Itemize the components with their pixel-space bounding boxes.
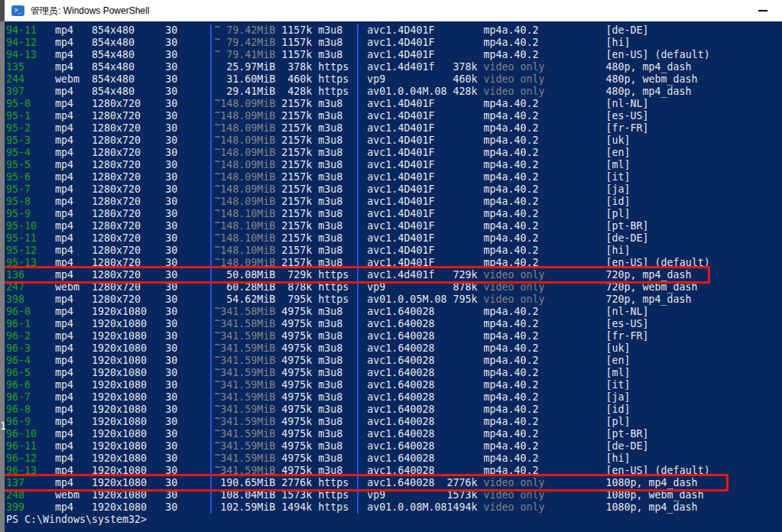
column-separator [355, 306, 361, 318]
column-separator [208, 122, 214, 135]
column-separator [208, 61, 214, 73]
format-row: 96-13 mp4 1920x1080 30 ~341.59MiB 4975k … [6, 465, 782, 477]
format-row: 96-11 mp4 1920x1080 30 ~341.59MiB 4975k … [6, 440, 782, 453]
column-separator [355, 61, 361, 73]
prompt-line: PS C:\Windows\system32> [6, 514, 782, 526]
format-row: 95-7 mp4 1280x720 30 ~148.09MiB 2157k m3… [6, 183, 782, 196]
format-row: 135 mp4 854x480 30 25.97MiB 378k https a… [6, 61, 782, 73]
format-row: 136 mp4 1280x720 30 50.08MiB 729k https … [6, 269, 782, 281]
column-separator [355, 86, 361, 98]
column-separator [208, 49, 214, 61]
format-row: 96-4 mp4 1920x1080 30 ~341.59MiB 4975k m… [6, 355, 782, 367]
format-row: 96-2 mp4 1920x1080 30 ~341.59MiB 4975k m… [6, 330, 782, 342]
column-separator [208, 379, 214, 391]
column-separator [208, 428, 214, 440]
prompt-text: PS C:\Windows\system32> [6, 514, 147, 525]
column-separator [355, 257, 361, 269]
column-separator [355, 440, 361, 453]
column-separator [208, 453, 214, 465]
column-separator [355, 73, 361, 86]
column-separator [355, 245, 361, 257]
column-separator [208, 269, 214, 281]
minimize-button[interactable] [750, 0, 776, 21]
column-separator [355, 122, 361, 135]
column-separator [355, 135, 361, 147]
terminal-viewport[interactable]: 94-11 mp4 854x480 30 ~ 79.42MiB 1157k m3… [5, 21, 782, 532]
format-row: 399 mp4 1920x1080 30 102.59MiB 1494k htt… [6, 501, 782, 514]
format-row: 137 mp4 1920x1080 30 190.65MiB 2776k htt… [6, 477, 782, 489]
column-separator [355, 318, 361, 330]
column-separator [208, 404, 214, 416]
column-separator [208, 196, 214, 208]
column-separator [208, 306, 214, 318]
column-separator [355, 208, 361, 220]
format-row: 96-6 mp4 1920x1080 30 ~341.59MiB 4975k m… [6, 379, 782, 391]
format-row: 95-4 mp4 1280x720 30 ~148.09MiB 2157k m3… [6, 147, 782, 159]
format-row: 95-9 mp4 1280x720 30 ~148.10MiB 2157k m3… [6, 208, 782, 220]
format-row: 95-2 mp4 1280x720 30 ~148.09MiB 2157k m3… [6, 122, 782, 135]
format-row: 95-6 mp4 1280x720 30 ~148.09MiB 2157k m3… [6, 171, 782, 183]
format-row: 94-12 mp4 854x480 30 ~ 79.42MiB 1157k m3… [6, 37, 782, 49]
format-row: 247 webm 1280x720 30 60.28MiB 878k https… [6, 281, 782, 294]
powershell-icon: >_ [11, 5, 24, 16]
column-separator [355, 330, 361, 342]
column-separator [355, 477, 361, 489]
column-separator [208, 355, 214, 367]
column-separator [355, 379, 361, 391]
column-separator [208, 24, 214, 37]
column-separator [355, 453, 361, 465]
column-separator [208, 416, 214, 428]
column-separator [208, 232, 214, 245]
format-row: 95-0 mp4 1280x720 30 ~148.09MiB 2157k m3… [6, 98, 782, 110]
format-row: 96-10 mp4 1920x1080 30 ~341.59MiB 4975k … [6, 428, 782, 440]
format-row: 96-12 mp4 1920x1080 30 ~341.59MiB 4975k … [6, 453, 782, 465]
format-row: 96-8 mp4 1920x1080 30 ~341.59MiB 4975k m… [6, 404, 782, 416]
column-separator [208, 245, 214, 257]
format-row: 244 webm 854x480 30 31.60MiB 460k https … [6, 73, 782, 86]
column-separator [355, 147, 361, 159]
column-separator [208, 208, 214, 220]
format-row: 96-3 mp4 1920x1080 30 ~341.59MiB 4975k m… [6, 342, 782, 355]
column-separator [208, 281, 214, 294]
column-separator [355, 355, 361, 367]
column-separator [355, 24, 361, 37]
column-separator [208, 391, 214, 404]
column-separator [208, 501, 214, 514]
column-separator [208, 367, 214, 379]
column-separator [355, 391, 361, 404]
column-separator [355, 342, 361, 355]
format-row: 95-3 mp4 1280x720 30 ~148.09MiB 2157k m3… [6, 135, 782, 147]
column-separator [208, 147, 214, 159]
column-separator [208, 183, 214, 196]
column-separator [355, 269, 361, 281]
format-row: 96-0 mp4 1920x1080 30 ~341.58MiB 4975k m… [6, 306, 782, 318]
format-row: 96-1 mp4 1920x1080 30 ~341.58MiB 4975k m… [6, 318, 782, 330]
column-separator [355, 159, 361, 171]
column-separator [208, 342, 214, 355]
column-separator [355, 220, 361, 232]
column-separator [355, 196, 361, 208]
column-separator [208, 37, 214, 49]
terminal-rows: 94-11 mp4 854x480 30 ~ 79.42MiB 1157k m3… [6, 24, 782, 514]
column-separator [355, 98, 361, 110]
column-separator [355, 110, 361, 122]
column-separator [355, 183, 361, 196]
format-row: 95-1 mp4 1280x720 30 ~148.09MiB 2157k m3… [6, 110, 782, 122]
column-separator [208, 330, 214, 342]
format-row: 95-13 mp4 1280x720 30 ~148.09MiB 2157k m… [6, 257, 782, 269]
column-separator [355, 404, 361, 416]
format-row: 94-13 mp4 854x480 30 ~ 79.41MiB 1157k m3… [6, 49, 782, 61]
column-separator [208, 257, 214, 269]
format-row: 96-9 mp4 1920x1080 30 ~341.59MiB 4975k m… [6, 416, 782, 428]
column-separator [355, 367, 361, 379]
format-row: 95-12 mp4 1280x720 30 ~148.10MiB 2157k m… [6, 245, 782, 257]
column-separator [355, 416, 361, 428]
column-separator [355, 501, 361, 514]
format-row: 96-5 mp4 1920x1080 30 ~341.59MiB 4975k m… [6, 367, 782, 379]
column-separator [208, 135, 214, 147]
column-separator [208, 318, 214, 330]
column-separator [355, 171, 361, 183]
column-separator [208, 159, 214, 171]
column-separator [208, 171, 214, 183]
format-row: 248 webm 1920x1080 30 108.04MiB 1573k ht… [6, 489, 782, 501]
